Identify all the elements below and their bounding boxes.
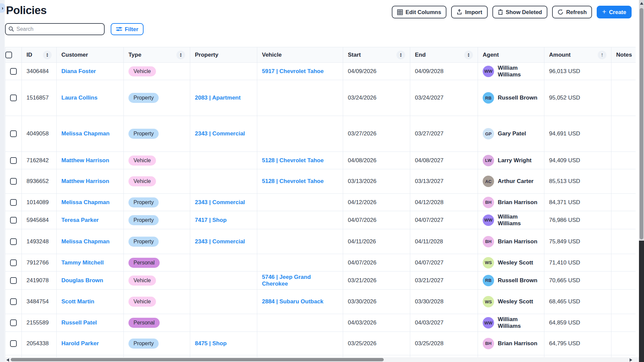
cell-vehicle: 5746 | Jeep Grand Cherokee bbox=[257, 272, 343, 289]
cell-amount: 85,513 USD bbox=[544, 169, 611, 193]
property-link[interactable]: 2343 | Commercial bbox=[195, 238, 245, 245]
sidebar-expand-button[interactable]: › bbox=[0, 3, 5, 13]
horizontal-scrollbar[interactable] bbox=[5, 357, 639, 362]
property-link[interactable]: 2343 | Commercial bbox=[195, 130, 245, 137]
refresh-label: Refresh bbox=[566, 9, 587, 15]
customer-link[interactable]: Matthew Harrison bbox=[61, 157, 109, 164]
cell-amount: 84,371 USD bbox=[544, 194, 611, 211]
cell-start-date: 04/07/2026 bbox=[343, 254, 410, 271]
row-checkbox[interactable] bbox=[10, 178, 17, 185]
cell-id: 2054338 bbox=[22, 332, 57, 355]
row-checkbox-cell bbox=[5, 314, 22, 331]
property-link[interactable]: 2083 | Apartment bbox=[195, 95, 240, 101]
customer-link[interactable]: Matthew Harrison bbox=[61, 178, 109, 185]
column-header-agent: Agent bbox=[478, 47, 544, 62]
cell-amount: 71,410 USD bbox=[544, 254, 611, 271]
cell-id: 2155589 bbox=[22, 314, 57, 331]
row-checkbox-cell bbox=[5, 194, 22, 211]
row-checkbox[interactable] bbox=[10, 199, 17, 206]
cell-start-date: 03/21/2026 bbox=[343, 272, 410, 289]
property-link[interactable]: 7417 | Shop bbox=[195, 217, 227, 224]
sort-toggle-icon[interactable]: ▲▼ bbox=[43, 51, 52, 59]
vehicle-link[interactable]: 5128 | Chevrolet Tahoe bbox=[262, 178, 324, 185]
scroll-left-arrow-icon[interactable] bbox=[6, 358, 9, 362]
customer-link[interactable]: Tammy Mitchell bbox=[61, 259, 104, 266]
edit-columns-button[interactable]: Edit Columns bbox=[392, 6, 446, 18]
customer-link[interactable]: Melissa Chapman bbox=[61, 130, 110, 137]
cell-type: Vehicle bbox=[124, 169, 190, 193]
cell-vehicle bbox=[257, 80, 343, 116]
sort-toggle-icon[interactable]: ▲▼ bbox=[396, 51, 405, 59]
show-deleted-button[interactable]: Show Deleted bbox=[492, 6, 547, 18]
row-checkbox-cell bbox=[5, 211, 22, 229]
property-link[interactable]: 2343 | Commercial bbox=[195, 199, 245, 206]
cell-agent: WSWesley Scott bbox=[478, 290, 544, 314]
vertical-scrollbar-thumb[interactable] bbox=[640, 8, 643, 239]
agent-name: Arthur Carter bbox=[498, 178, 534, 185]
customer-link[interactable]: Teresa Parker bbox=[61, 217, 99, 224]
vehicle-link[interactable]: 5128 | Chevrolet Tahoe bbox=[262, 157, 324, 164]
cell-customer: Melissa Chapman bbox=[57, 116, 124, 152]
row-checkbox[interactable] bbox=[10, 68, 17, 75]
refresh-button[interactable]: Refresh bbox=[552, 6, 592, 18]
cell-start-date: 03/30/2026 bbox=[343, 290, 410, 314]
scroll-right-arrow-icon[interactable] bbox=[630, 358, 632, 362]
row-checkbox[interactable] bbox=[10, 277, 17, 284]
row-checkbox[interactable] bbox=[10, 238, 17, 245]
cell-id: 8936652 bbox=[22, 169, 57, 193]
sort-toggle-icon[interactable]: ▲▼ bbox=[176, 51, 185, 59]
cell-type: Property bbox=[124, 80, 190, 116]
customer-link[interactable]: Laura Collins bbox=[61, 95, 98, 101]
customer-link[interactable]: Harold Parker bbox=[61, 340, 99, 347]
cell-amount: 96,013 USD bbox=[544, 63, 611, 80]
cell-id: 4049058 bbox=[22, 116, 57, 152]
property-link[interactable]: 8475 | Shop bbox=[195, 340, 227, 347]
customer-link[interactable]: Diana Foster bbox=[61, 68, 96, 75]
row-checkbox-cell bbox=[5, 63, 22, 80]
vertical-scrollbar[interactable] bbox=[639, 0, 644, 362]
column-header-label: Vehicle bbox=[262, 52, 282, 58]
cell-property: 2343 | Commercial bbox=[190, 116, 257, 152]
vehicle-link[interactable]: 5917 | Chevrolet Tahoe bbox=[262, 68, 324, 75]
row-checkbox[interactable] bbox=[10, 298, 17, 305]
scroll-up-arrow-icon[interactable] bbox=[640, 2, 643, 5]
cell-end-date: 03/21/2027 bbox=[410, 272, 478, 289]
horizontal-scrollbar-thumb[interactable] bbox=[11, 358, 384, 361]
search-input[interactable] bbox=[5, 23, 105, 35]
cell-agent: WWWilliam Williams bbox=[478, 63, 544, 80]
type-badge: Property bbox=[128, 197, 159, 207]
type-badge: Property bbox=[128, 339, 159, 349]
cell-type: Property bbox=[124, 116, 190, 152]
filter-button[interactable]: Filter bbox=[111, 23, 144, 35]
row-checkbox[interactable] bbox=[10, 319, 17, 326]
row-checkbox[interactable] bbox=[10, 130, 17, 137]
row-checkbox-cell bbox=[5, 169, 22, 193]
customer-link[interactable]: Russell Patel bbox=[61, 319, 97, 326]
row-checkbox[interactable] bbox=[10, 259, 17, 266]
cell-type: Property bbox=[124, 332, 190, 355]
cell-end-date: 04/07/2027 bbox=[410, 211, 478, 229]
row-checkbox[interactable] bbox=[10, 217, 17, 224]
agent-name: Russell Brown bbox=[498, 277, 537, 284]
sort-ascending-icon[interactable]: ↑ bbox=[598, 51, 606, 59]
create-button[interactable]: + Create bbox=[597, 6, 632, 18]
column-header-customer: Customer bbox=[57, 47, 124, 62]
customer-link[interactable]: Melissa Chapman bbox=[61, 238, 110, 245]
import-button[interactable]: Import bbox=[451, 6, 487, 18]
row-checkbox[interactable] bbox=[10, 157, 17, 164]
vehicle-link[interactable]: 5746 | Jeep Grand Cherokee bbox=[262, 274, 338, 287]
agent-avatar: WS bbox=[483, 257, 494, 268]
customer-link[interactable]: Scott Martin bbox=[61, 298, 94, 305]
select-all-checkbox[interactable] bbox=[5, 52, 12, 58]
sort-toggle-icon[interactable]: ▲▼ bbox=[464, 51, 473, 59]
cell-amount: 70,665 USD bbox=[544, 272, 611, 289]
grid-icon bbox=[397, 9, 403, 15]
cell-customer: Teresa Parker bbox=[57, 211, 124, 229]
cell-end-date: 04/11/2028 bbox=[410, 229, 478, 254]
customer-link[interactable]: Melissa Chapman bbox=[61, 199, 110, 206]
table-row: 4049058Melissa ChapmanProperty2343 | Com… bbox=[5, 116, 636, 152]
row-checkbox[interactable] bbox=[10, 340, 17, 347]
row-checkbox[interactable] bbox=[10, 95, 17, 101]
vehicle-link[interactable]: 2884 | Subaru Outback bbox=[262, 298, 323, 305]
customer-link[interactable]: Douglas Brown bbox=[61, 277, 103, 284]
